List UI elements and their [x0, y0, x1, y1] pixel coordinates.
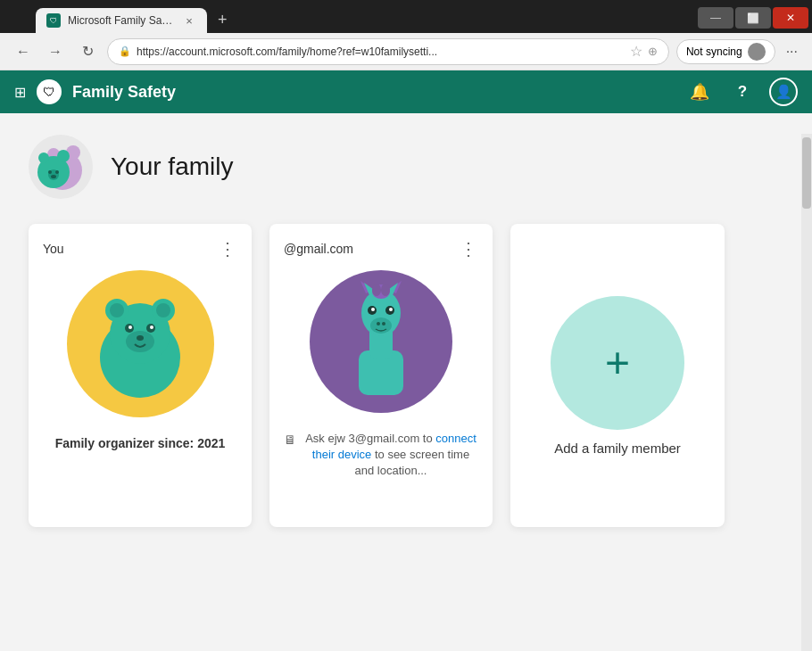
sync-label: Not syncing [686, 45, 742, 58]
family-header: Your family [29, 135, 783, 199]
svg-point-38 [381, 284, 390, 296]
more-options-button[interactable]: ··· [783, 40, 801, 63]
address-bar: ← → ↻ 🔒 https://account.microsoft.com/fa… [0, 33, 812, 70]
user-icon: 👤 [775, 84, 792, 100]
gmail-card-info: 🖥 Ask ejw 3@gmail.com to connect their d… [284, 431, 478, 480]
gmail-card-menu-icon[interactable]: ⋮ [460, 238, 478, 260]
cards-row: You ⋮ [29, 224, 783, 527]
plus-icon: + [605, 338, 630, 387]
gmail-card[interactable]: @gmail.com ⋮ [269, 224, 493, 527]
svg-point-7 [48, 170, 52, 174]
restore-button[interactable]: ⬜ [735, 7, 771, 29]
app-title: Family Safety [72, 83, 176, 102]
user-profile-button[interactable]: 👤 [769, 78, 798, 106]
svg-point-37 [372, 284, 381, 296]
minimize-button[interactable]: — [698, 7, 733, 29]
svg-point-21 [137, 335, 144, 341]
you-card-label: You [43, 242, 64, 256]
star-icon[interactable]: ☆ [630, 43, 642, 60]
gmail-avatar [310, 270, 452, 413]
active-tab[interactable]: 🛡 Microsoft Family Safety × [36, 8, 207, 33]
main-content: Your family You ⋮ [0, 113, 812, 548]
profile-avatar [748, 43, 766, 61]
suffix-text: to see screen time and location... [355, 448, 470, 477]
new-tab-button[interactable]: + [207, 7, 238, 33]
app-logo-icon: 🛡 [37, 79, 62, 104]
email-partial: 3@gmail.com to [345, 432, 435, 445]
device-icon: 🖥 [284, 433, 296, 447]
app-header: ⊞ 🛡 Family Safety 🔔 ? 👤 [0, 70, 812, 113]
notification-bell-icon[interactable]: 🔔 [684, 76, 716, 108]
scrollbar-thumb[interactable] [802, 137, 811, 209]
add-member-title: Add a family member [554, 441, 681, 456]
svg-point-20 [150, 326, 153, 329]
tab-favicon: 🛡 [46, 13, 61, 28]
you-card[interactable]: You ⋮ [29, 224, 252, 527]
add-member-avatar: + [551, 296, 684, 430]
help-icon[interactable]: ? [726, 76, 758, 108]
gmail-info-text: Ask ejw 3@gmail.com to connect their dev… [303, 431, 478, 480]
svg-point-4 [38, 152, 49, 163]
url-bar[interactable]: 🔒 https://account.microsoft.com/family/h… [107, 38, 669, 65]
svg-point-9 [51, 175, 56, 178]
collection-icon[interactable]: ⊕ [648, 45, 658, 58]
family-title: Your family [111, 152, 233, 181]
svg-point-13 [110, 303, 124, 317]
svg-point-19 [128, 326, 132, 329]
svg-point-5 [57, 150, 70, 162]
add-member-card[interactable]: + Add a family member [510, 224, 725, 527]
bear-illustration [78, 282, 203, 407]
apps-grid-icon[interactable]: ⊞ [14, 84, 26, 101]
scrollbar[interactable] [801, 134, 812, 651]
family-group-avatar [29, 135, 93, 199]
back-button[interactable]: ← [11, 39, 36, 64]
svg-point-35 [382, 322, 385, 326]
tab-close-button[interactable]: × [182, 13, 196, 28]
llama-illustration [323, 279, 439, 404]
you-card-menu-icon[interactable]: ⋮ [219, 238, 237, 260]
you-avatar [67, 270, 214, 417]
sync-button[interactable]: Not syncing [676, 39, 775, 64]
you-card-info: Family organizer since: 2021 [55, 436, 226, 450]
tab-title: Microsoft Family Safety [68, 14, 175, 27]
forward-button[interactable]: → [43, 39, 68, 64]
family-avatar-image [29, 135, 93, 199]
svg-point-33 [389, 308, 393, 311]
svg-point-16 [126, 331, 154, 352]
svg-point-8 [55, 170, 59, 174]
lock-icon: 🔒 [119, 45, 131, 57]
svg-point-34 [377, 322, 380, 326]
close-window-button[interactable]: ✕ [773, 7, 808, 29]
url-text: https://account.microsoft.com/family/hom… [137, 45, 625, 58]
svg-point-15 [156, 303, 170, 317]
gmail-card-label: @gmail.com [284, 242, 353, 256]
svg-point-32 [371, 308, 375, 311]
ask-text: Ask ejw [305, 432, 345, 445]
refresh-button[interactable]: ↻ [75, 39, 100, 64]
